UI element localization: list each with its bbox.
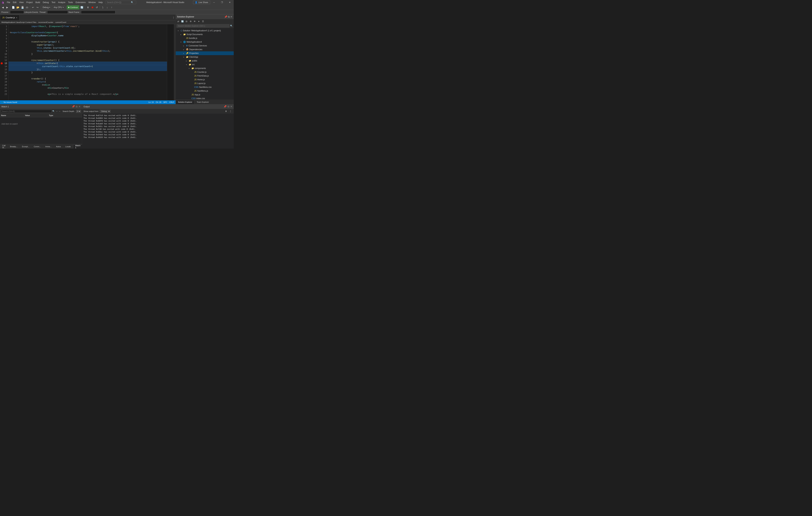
watch-pin-button[interactable]: 📌 [72, 105, 75, 108]
continue-button[interactable]: ▶ Continue [67, 5, 79, 9]
menu-debug[interactable]: Debug [41, 1, 50, 4]
tree-components[interactable]: ▾ 📁 components [176, 66, 234, 70]
menu-build[interactable]: Build [34, 1, 41, 4]
pin-button[interactable]: 📌 [224, 16, 227, 18]
menu-help[interactable]: Help [97, 1, 104, 4]
output-close-button[interactable]: ✕ [230, 105, 232, 108]
tree-counter-js[interactable]: ▸ JS Counter.js [176, 70, 234, 74]
tree-dependencies[interactable]: ▸ 📦 Dependencies [176, 48, 234, 51]
menu-window[interactable]: Window [87, 1, 97, 4]
se-properties-button[interactable]: ⚙ [189, 20, 193, 23]
menu-project[interactable]: Project [25, 1, 34, 4]
save-all-button[interactable]: 🗃 [25, 5, 29, 9]
tree-index-css[interactable]: ▸ CSS index.css [176, 97, 234, 100]
se-filter-button[interactable]: ▾ [197, 20, 201, 23]
stop-button[interactable]: ⏹ [90, 5, 94, 9]
restore-button[interactable]: ❐ [218, 0, 226, 5]
close-button[interactable]: ✕ [226, 0, 234, 5]
forward-button[interactable]: ▶ [5, 5, 9, 9]
solution-explorer-search[interactable]: 🔍 [176, 24, 234, 28]
autos-tab[interactable]: Autos [54, 144, 63, 148]
breakpoint-13[interactable] [1, 62, 3, 64]
tree-script-documents[interactable]: ▸ 📁 Script Documents [176, 32, 234, 36]
tree-connected-services[interactable]: ▸ ⚙ Connected Services [176, 44, 234, 48]
breadcrumb-item-3[interactable]: currentCount [55, 21, 66, 23]
editor-options-button[interactable]: ⋮ [171, 15, 176, 20]
watch-float-button[interactable]: ⧉ [76, 105, 78, 108]
team-explorer-tab[interactable]: Team Explorer [195, 100, 211, 104]
code-content[interactable]: import React, { Component } from 'react'… [8, 24, 167, 100]
open-button[interactable]: 📂 [16, 5, 20, 9]
output-source-select[interactable]: Debug [100, 110, 111, 113]
se-collapse-button[interactable]: ⊟ [184, 20, 188, 23]
exception-settings-tab[interactable]: Except... [20, 144, 32, 148]
menu-file[interactable]: File [5, 1, 11, 4]
tab-close-icon[interactable]: ✕ [16, 17, 17, 19]
tree-navmenu-js[interactable]: ▸ JS NavMenu.js [176, 89, 234, 93]
menu-extensions[interactable]: Extensions [74, 1, 87, 4]
thread-input[interactable] [47, 10, 68, 14]
output-scroll-down-button[interactable]: ⬇ [224, 109, 228, 113]
tree-layout-js[interactable]: ▸ JS Layout.js [176, 81, 234, 85]
tree-clientapp[interactable]: ▾ 📁 ClientApp [176, 55, 234, 59]
stack-input[interactable] [81, 10, 115, 14]
step-out-button[interactable]: ↑ [110, 5, 114, 9]
menu-tools[interactable]: Tools [67, 1, 74, 4]
watch-search-input[interactable] [1, 110, 52, 113]
solution-explorer-tab[interactable]: Solution Explorer [176, 100, 195, 104]
undo-button[interactable]: ↩ [31, 5, 35, 9]
step-over-button[interactable]: ⤵ [101, 5, 105, 9]
search-input[interactable] [107, 1, 131, 4]
tree-webapp[interactable]: ▾ 🌐 WebApplication4 [176, 40, 234, 44]
menu-edit[interactable]: Edit [11, 1, 18, 4]
solution-search-input[interactable] [177, 24, 229, 27]
platform-dropdown[interactable]: Any CPU ▾ [52, 5, 65, 9]
command-window-tab[interactable]: Comm... [31, 144, 43, 148]
minimize-button[interactable]: ─ [210, 0, 218, 5]
immediate-tab[interactable]: Imme... [43, 144, 54, 148]
watch-close-button[interactable]: ✕ [79, 105, 81, 108]
menu-test[interactable]: Test [50, 1, 57, 4]
tree-src[interactable]: ▾ 📁 src [176, 63, 234, 66]
se-view-all-button[interactable]: 👁 [193, 20, 197, 23]
live-share-button[interactable]: 👤 Live Share [193, 1, 210, 4]
pause-button[interactable]: ⏸ [86, 5, 90, 9]
step-into-button[interactable]: ↓ [105, 5, 109, 9]
tree-navmenu-css[interactable]: ▸ CSS NavMenu.css [176, 85, 234, 89]
menu-view[interactable]: View [18, 1, 25, 4]
locals-tab[interactable]: Locals [63, 144, 73, 148]
code-editor[interactable]: 1 2 3 4 5 6 7 8 9 10 11 12 13 14 15 16 1 [0, 24, 176, 100]
search-depth-select[interactable]: 3 [76, 110, 81, 113]
se-settings-button[interactable]: ☰ [201, 20, 205, 23]
output-pin-button[interactable]: 📌 [224, 105, 227, 108]
output-content[interactable]: The thread 0x67c0 has exited with code 0… [82, 113, 234, 148]
breadcrumb-item-2[interactable]: incrementCounter [38, 21, 53, 23]
call-stack-tab[interactable]: Call St... [0, 144, 8, 148]
tree-properties[interactable]: ▸ 🔑 Properties [176, 51, 234, 55]
search-box[interactable]: 🔍 [106, 1, 136, 4]
tree-bundle-js[interactable]: ▸ JS bundle.js [176, 36, 234, 40]
se-sync-button[interactable]: ⇄ [176, 20, 180, 23]
save-button[interactable]: 💾 [20, 5, 25, 9]
se-refresh-button[interactable]: 🔄 [180, 20, 184, 23]
menu-analyze[interactable]: Analyze [57, 1, 67, 4]
process-input[interactable] [10, 10, 24, 14]
tree-home-js[interactable]: ▸ JS Home.js [176, 78, 234, 81]
restart-button[interactable]: ↺ [95, 5, 99, 9]
watch-1-tab[interactable]: Watch 1 [73, 144, 83, 148]
breakpoints-tab[interactable]: Breakp... [8, 144, 20, 148]
watch-back-button[interactable]: ← [56, 110, 58, 112]
breadcrumb-item-1[interactable]: WebApplication4 JavaScript Content Files [1, 21, 36, 23]
counter-js-tab[interactable]: JS Counter.js ✕ [0, 15, 20, 20]
output-options-button[interactable]: ⋮ [229, 109, 232, 113]
back-button[interactable]: ◀ [1, 5, 5, 9]
tree-solution[interactable]: ▾ ⬡ Solution 'WebApplication4' (1 of 1 p… [176, 29, 234, 32]
tree-app-js[interactable]: ▸ JS App.js [176, 93, 234, 97]
close-panel-button[interactable]: ✕ [230, 16, 232, 18]
tree-public[interactable]: ▸ 📁 public [176, 59, 234, 63]
debug-config-dropdown[interactable]: Debug ▾ [41, 5, 51, 9]
output-float-button[interactable]: ⧉ [228, 105, 229, 108]
refresh-button[interactable]: 🔄 [80, 5, 84, 9]
float-button[interactable]: ⧉ [228, 16, 230, 18]
tree-fetchdata-js[interactable]: ▸ JS FetchData.js [176, 74, 234, 78]
